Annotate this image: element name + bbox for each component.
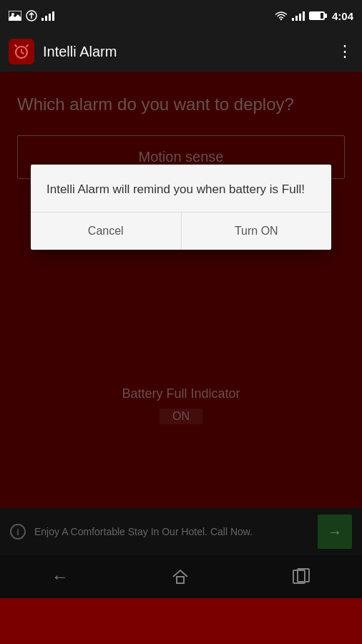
battery-icon [309, 11, 325, 20]
status-bar-left-icons [9, 10, 54, 21]
signal-icon [292, 11, 305, 21]
photo-icon [9, 11, 21, 21]
app-icon [9, 39, 34, 64]
upload-icon [26, 10, 37, 21]
dialog: Intelli Alarm will remind you when batte… [31, 165, 331, 250]
status-bar-right-icons: 4:04 [275, 10, 353, 22]
wifi-icon [275, 11, 288, 21]
app-bar: Intelli Alarm ⋮ [0, 31, 362, 72]
dialog-actions: Cancel Turn ON [31, 213, 331, 250]
overflow-menu-button[interactable]: ⋮ [337, 42, 353, 61]
app-title: Intelli Alarm [43, 44, 328, 60]
status-bar: 4:04 [0, 0, 362, 31]
bars-icon [41, 11, 54, 21]
dialog-overlay: Intelli Alarm will remind you when batte… [0, 72, 362, 598]
turn-on-button[interactable]: Turn ON [182, 213, 332, 250]
alarm-icon [13, 43, 30, 60]
cancel-button[interactable]: Cancel [31, 213, 181, 250]
status-time: 4:04 [332, 10, 353, 22]
dialog-message: Intelli Alarm will remind you when batte… [31, 165, 331, 212]
